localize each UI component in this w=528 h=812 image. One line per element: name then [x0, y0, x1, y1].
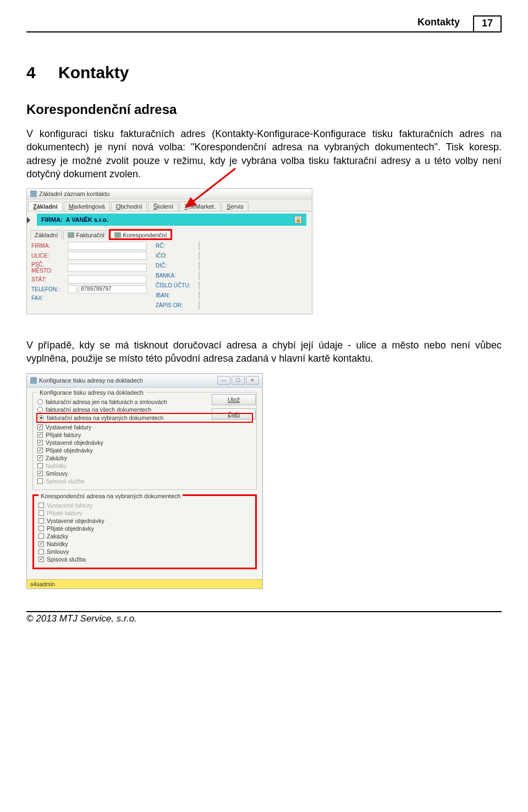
checkbox-option: Přijaté faktury — [38, 509, 251, 517]
field-input[interactable] — [199, 261, 200, 270]
checkbox-label: Přijaté objednávky — [46, 447, 93, 454]
checkbox-label: Smlouvy — [46, 470, 68, 477]
status-bar: s4sadmin — [27, 579, 262, 588]
paragraph-2: V případě, kdy se má tisknout doručovací… — [26, 339, 502, 366]
checkbox-label: Nabídky — [47, 541, 68, 547]
field-label: BANKA: — [156, 273, 196, 279]
lock-icon[interactable]: 🔒 — [294, 216, 302, 224]
field-label: TELEFON.: — [31, 286, 65, 292]
checkbox-option[interactable]: Přijaté objednávky — [37, 446, 252, 454]
page-number: 17 — [473, 15, 502, 32]
checkbox-icon — [37, 448, 43, 453]
form-field: ČÍSLO ÚČTU: — [156, 281, 200, 290]
phone-icon[interactable] — [68, 285, 76, 293]
radio-option[interactable]: fakturační adresa jen na fakturách a sml… — [37, 398, 252, 406]
minimize-button[interactable]: — — [217, 376, 230, 385]
field-label: ZÁPIS OR: — [156, 302, 196, 308]
firma-header-row: FIRMA: A VANĚK s.r.o. 🔒 — [37, 214, 306, 226]
tab-icon — [68, 232, 74, 238]
checkbox-icon — [38, 549, 44, 554]
top-tab[interactable]: Školení — [148, 201, 178, 211]
mid-tab[interactable]: Korespondenční — [110, 230, 171, 239]
form-field: ULICE: — [31, 252, 147, 260]
window-titlebar: Základní záznam kontaktu — [27, 189, 312, 199]
checkbox-option[interactable]: Zakázky — [38, 532, 251, 540]
field-input[interactable] — [199, 252, 200, 260]
form-field: ZÁPIS OR: — [156, 301, 200, 309]
checkbox-label: Vystavené objednávky — [46, 439, 103, 446]
firma-label: FIRMA: — [41, 216, 63, 223]
chapter-title: Kontakty — [58, 63, 129, 82]
top-tab[interactable]: Obchodní — [111, 201, 147, 211]
checkbox-option: Spisová služba — [37, 477, 252, 485]
radio-icon — [37, 407, 43, 412]
chapter-number: 4 — [26, 63, 58, 82]
field-input[interactable] — [68, 264, 147, 272]
top-tab[interactable]: Základní — [28, 201, 63, 211]
checkbox-option[interactable]: Přijaté objednávky — [38, 525, 251, 532]
field-input[interactable] — [199, 281, 200, 290]
checkbox-icon — [38, 526, 44, 531]
field-input[interactable] — [199, 271, 200, 280]
field-input[interactable] — [199, 242, 200, 250]
checkbox-icon — [37, 478, 43, 484]
checkbox-label: Spisová služba — [46, 478, 85, 484]
group-address-config: Konfigurace tisku adresy na dokladech fa… — [32, 392, 257, 490]
field-input[interactable] — [68, 252, 147, 260]
checkbox-option[interactable]: Nabídky — [38, 540, 251, 548]
checkbox-option[interactable]: Smlouvy — [38, 548, 251, 555]
form-field: STÁT: — [31, 275, 147, 284]
field-label: IBAN: — [156, 292, 196, 298]
form-field: PSČ, MĚSTO: — [31, 261, 147, 274]
checkbox-icon — [38, 503, 44, 508]
field-input[interactable] — [68, 275, 147, 284]
maximize-button[interactable]: ☐ — [232, 376, 245, 385]
checkbox-option[interactable]: Vystavené faktury — [37, 423, 252, 431]
form-field: IČO: — [156, 252, 200, 260]
checkbox-label: Zakázky — [47, 533, 68, 539]
field-input[interactable] — [68, 242, 147, 250]
section-subheading: Korespondenční adresa — [26, 102, 502, 117]
group2-title: Korespondenční adresa na vybraných dokum… — [38, 493, 183, 499]
field-input[interactable] — [199, 291, 200, 299]
window-title: Základní záznam kontaktu — [39, 190, 109, 197]
field-label: DIČ: — [156, 263, 196, 269]
field-label: IČO: — [156, 253, 196, 259]
checkbox-icon — [37, 455, 43, 461]
mid-tab[interactable]: Fakturační — [63, 230, 109, 239]
checkbox-label: Nabídky — [46, 462, 67, 469]
group-koresp-address: Korespondenční adresa na vybraných dokum… — [32, 494, 257, 569]
field-label: FIRMA: — [31, 243, 65, 249]
svg-line-0 — [186, 168, 235, 207]
radio-label: fakturační adresa na vybraných dokumente… — [47, 415, 163, 421]
field-label: FAX: — [31, 295, 65, 301]
checkbox-label: Přijaté faktury — [46, 432, 81, 438]
radio-option[interactable]: fakturační adresa na všech dokumentech — [37, 406, 252, 413]
mid-tabs: ZákladníFakturačníKorespondenční — [27, 228, 312, 239]
field-label: ČÍSLO ÚČTU: — [156, 282, 196, 288]
paragraph-1: V konfiguraci tisku fakturačních adres (… — [26, 127, 502, 181]
checkbox-option[interactable]: Zakázky — [37, 454, 252, 462]
page-footer: © 2013 MTJ Service, s.r.o. — [26, 611, 502, 624]
checkbox-icon — [37, 432, 43, 438]
checkbox-icon — [37, 471, 43, 476]
checkbox-option: Vystavené faktury — [38, 502, 251, 509]
radio-option[interactable]: fakturační adresa na vybraných dokumente… — [38, 414, 251, 422]
checkbox-option[interactable]: Vystavené objednávky — [38, 517, 251, 525]
chapter-heading: 4 Kontakty — [26, 63, 502, 82]
close-button[interactable]: ✕ — [246, 376, 259, 385]
field-input[interactable]: 8789789797 — [79, 285, 147, 293]
callout-arrow-icon — [180, 164, 246, 214]
checkbox-option[interactable]: Spisová služba — [38, 555, 251, 563]
field-label: PSČ, MĚSTO: — [31, 261, 65, 274]
checkbox-option[interactable]: Vystavené objednávky — [37, 439, 252, 446]
checkbox-label: Spisová služba — [47, 556, 86, 563]
checkbox-option[interactable]: Přijaté faktury — [37, 431, 252, 439]
mid-tab[interactable]: Základní — [30, 230, 62, 239]
field-label: RČ: — [156, 243, 196, 249]
checkbox-option[interactable]: Smlouvy — [37, 470, 252, 477]
field-input[interactable] — [199, 301, 200, 309]
app-icon — [30, 190, 37, 197]
nav-arrow-icon[interactable] — [27, 217, 31, 224]
top-tab[interactable]: Marketingová — [64, 201, 110, 211]
